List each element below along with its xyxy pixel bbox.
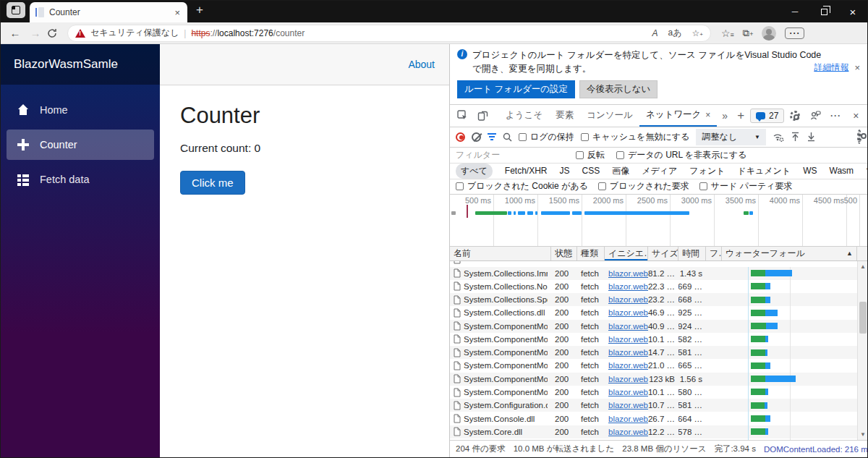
column-header[interactable]: サイズ bbox=[648, 247, 678, 260]
record-icon[interactable] bbox=[456, 132, 465, 142]
type-filter-pill[interactable]: JS bbox=[555, 164, 575, 177]
add-favorite-star-icon[interactable]: ☆+ bbox=[692, 28, 703, 38]
settings-more-button[interactable]: ··· bbox=[785, 27, 804, 39]
type-filter-pill[interactable]: フォント bbox=[684, 164, 730, 179]
network-request-row[interactable]: System.Collections.NonG…200fetchblazor.w… bbox=[450, 280, 867, 293]
invert-checkbox[interactable]: 反転 bbox=[576, 149, 605, 161]
click-me-button[interactable]: Click me bbox=[180, 171, 245, 195]
type-filter-pill[interactable]: すべて bbox=[456, 164, 493, 179]
tab-actions-button[interactable] bbox=[7, 2, 25, 18]
url[interactable]: https://localhost:7276/counter bbox=[191, 28, 305, 38]
network-request-row[interactable]: System.ComponentMod…200fetchblazor.web…2… bbox=[450, 359, 867, 372]
block-filter-checkbox[interactable]: サード パーティ要求 bbox=[699, 180, 793, 192]
favorites-hub-icon[interactable]: ☆≡ bbox=[721, 27, 734, 39]
network-overview-timeline[interactable]: 500 ms1000 ms1500 ms2000 ms2500 ms3000 m… bbox=[450, 195, 867, 247]
devtools-more-button[interactable]: ··· bbox=[826, 106, 845, 125]
security-label[interactable]: セキュリティ保護なし bbox=[90, 27, 179, 39]
scroll-up-icon[interactable]: ▲ bbox=[858, 263, 868, 270]
initiator-link[interactable]: blazor.web… bbox=[608, 308, 648, 317]
feedback-button[interactable] bbox=[806, 106, 825, 125]
column-header[interactable]: 名前 bbox=[450, 247, 551, 260]
hide-data-urls-checkbox[interactable]: データの URL を非表示にする bbox=[616, 149, 746, 161]
devtools-tab[interactable]: ようこそ bbox=[499, 104, 549, 127]
about-link[interactable]: About bbox=[408, 59, 435, 70]
initiator-link[interactable]: blazor.web… bbox=[608, 322, 648, 331]
type-filter-pill[interactable]: Wasm bbox=[825, 164, 859, 177]
type-filter-pill[interactable]: Fetch/XHR bbox=[500, 164, 553, 177]
sidebar-item-home[interactable]: Home bbox=[7, 95, 154, 125]
initiator-link[interactable]: blazor.web… bbox=[608, 428, 648, 436]
search-button[interactable] bbox=[503, 132, 512, 142]
network-conditions-button[interactable] bbox=[773, 132, 784, 142]
initiator-link[interactable]: blazor.web… bbox=[608, 361, 648, 370]
address-bar[interactable]: セキュリティ保護なし | https://localhost:7276/coun… bbox=[67, 25, 711, 42]
initiator-link[interactable]: blazor.web… bbox=[608, 388, 648, 396]
filter-icon[interactable] bbox=[488, 133, 496, 140]
details-link[interactable]: 詳細情報 bbox=[814, 62, 848, 74]
initiator-link[interactable]: blazor.web… bbox=[608, 282, 648, 291]
security-warning-icon[interactable] bbox=[75, 29, 85, 38]
tab-close-icon[interactable]: × bbox=[705, 110, 710, 120]
close-window-button[interactable]: × bbox=[838, 1, 867, 22]
column-header[interactable]: イニシエ… bbox=[605, 247, 648, 260]
devtools-tab[interactable]: コンソール bbox=[580, 104, 639, 127]
tab-close-icon[interactable]: × bbox=[173, 7, 182, 18]
vertical-scrollbar[interactable]: ▲ ▼ bbox=[857, 261, 867, 441]
disable-cache-checkbox[interactable]: キャッシュを無効にする bbox=[581, 131, 690, 143]
devtools-settings-button[interactable] bbox=[786, 106, 804, 125]
scrollbar-thumb[interactable] bbox=[859, 302, 867, 334]
initiator-link[interactable]: blazor.web… bbox=[608, 401, 648, 410]
export-har-button[interactable] bbox=[807, 132, 816, 142]
type-filter-pill[interactable]: CSS bbox=[577, 164, 605, 177]
partial-scrolled-row[interactable] bbox=[450, 261, 867, 267]
read-aloud-icon[interactable]: A bbox=[652, 28, 658, 38]
sidebar-item-counter[interactable]: Counter bbox=[7, 130, 154, 160]
sidebar-item-fetch-data[interactable]: Fetch data bbox=[7, 164, 154, 195]
devtools-tab[interactable]: 要素 bbox=[549, 104, 580, 127]
throttling-dropdown[interactable]: 調整なし ▼ bbox=[696, 129, 765, 145]
profile-avatar[interactable] bbox=[762, 26, 776, 41]
network-request-row[interactable]: System.ComponentMod…200fetchblazor.web…1… bbox=[450, 346, 867, 359]
type-filter-pill[interactable]: 画像 bbox=[607, 164, 634, 179]
network-request-row[interactable]: System.Collections.Speci…200fetchblazor.… bbox=[450, 293, 867, 306]
type-filter-pill[interactable]: ドキュメント bbox=[732, 164, 796, 179]
set-root-folder-button[interactable]: ルート フォルダーの設定 bbox=[457, 80, 575, 98]
network-request-row[interactable]: System.Data.Common.dll200fetchblazor.web… bbox=[450, 438, 867, 440]
network-request-row[interactable]: System.ComponentMod…200fetchblazor.web…1… bbox=[450, 386, 867, 399]
network-request-row[interactable]: System.Console.dll200fetchblazor.web…26.… bbox=[450, 412, 867, 425]
network-request-row[interactable]: System.Collections.Immu…200fetchblazor.w… bbox=[450, 267, 867, 280]
initiator-link[interactable]: blazor.web… bbox=[608, 415, 648, 423]
restore-button[interactable] bbox=[809, 1, 838, 22]
devtools-close-button[interactable]: × bbox=[846, 106, 865, 125]
network-request-row[interactable]: System.Core.dll200fetchblazor.web…12.2 …… bbox=[450, 425, 867, 438]
column-header[interactable]: ウォーターフォール▲ bbox=[722, 247, 857, 260]
scroll-down-icon[interactable]: ▼ bbox=[858, 431, 868, 438]
inspect-element-button[interactable] bbox=[453, 106, 472, 125]
add-panel-button[interactable]: + bbox=[733, 109, 749, 123]
column-header[interactable]: 種類 bbox=[577, 247, 605, 260]
block-filter-checkbox[interactable]: ブロックされた要求 bbox=[598, 180, 689, 192]
collections-icon[interactable]: ⧉+ bbox=[743, 27, 754, 39]
initiator-link[interactable]: blazor.web… bbox=[608, 269, 648, 278]
more-tabs-button[interactable]: » bbox=[718, 110, 731, 122]
network-request-row[interactable]: System.Configuration.dll200fetchblazor.w… bbox=[450, 399, 867, 412]
browser-tab[interactable]: Counter × bbox=[30, 2, 187, 22]
initiator-link[interactable]: blazor.web… bbox=[608, 335, 648, 344]
column-header[interactable]: 時間 bbox=[678, 247, 706, 260]
import-har-button[interactable] bbox=[791, 132, 800, 142]
block-filter-checkbox[interactable]: ブロックされた Cookie がある bbox=[456, 180, 588, 192]
initiator-link[interactable]: blazor.web… bbox=[608, 375, 648, 383]
issues-counter[interactable]: 27 bbox=[750, 109, 784, 123]
type-filter-pill[interactable]: メディア bbox=[637, 164, 682, 179]
initiator-link[interactable]: blazor.web… bbox=[608, 295, 648, 304]
network-settings-button[interactable] bbox=[857, 132, 861, 142]
network-request-row[interactable]: System.ComponentMod…200fetchblazor.web…1… bbox=[450, 333, 867, 346]
initiator-link[interactable]: blazor.web… bbox=[608, 348, 648, 357]
column-header[interactable]: フ… bbox=[706, 247, 722, 260]
clear-icon[interactable] bbox=[472, 132, 481, 142]
minimize-button[interactable]: ─ bbox=[780, 1, 809, 22]
translate-icon[interactable]: aあ bbox=[668, 27, 682, 39]
devtools-tab[interactable]: ネットワーク× bbox=[639, 104, 717, 127]
network-request-row[interactable]: System.ComponentMod…200fetchblazor.web…1… bbox=[450, 373, 867, 386]
filter-input[interactable] bbox=[456, 150, 564, 160]
